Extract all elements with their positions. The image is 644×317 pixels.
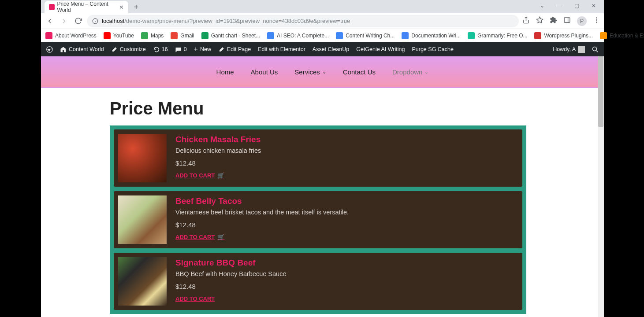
- bookmark-label: Grammarly: Free O...: [477, 33, 527, 39]
- tab-close-icon[interactable]: ✕: [119, 4, 124, 10]
- bookmark-favicon: [267, 32, 274, 39]
- bookmark-item[interactable]: YouTube: [104, 32, 134, 39]
- bookmark-favicon: [201, 32, 208, 39]
- bookmark-favicon: [600, 32, 607, 39]
- menu-item-description: Delicious chicken masala fries: [175, 147, 261, 154]
- bookmark-item[interactable]: Education & Exams...: [600, 32, 644, 39]
- url-host: localhost: [102, 18, 124, 24]
- forward-button[interactable]: [59, 16, 69, 26]
- window-controls: ⌄ — ▢ ✕: [532, 0, 604, 11]
- bookmark-item[interactable]: AI SEO: A Complete...: [267, 32, 329, 39]
- browser-tab-strip: Price Menu – Content World ✕ + ⌄ — ▢ ✕: [41, 0, 604, 13]
- bookmark-item[interactable]: Maps: [141, 32, 164, 39]
- bookmark-label: Content Writing Ch...: [346, 33, 395, 39]
- share-icon[interactable]: [522, 16, 530, 26]
- menu-item-info: Chicken Masala FriesDelicious chicken ma…: [175, 134, 261, 182]
- wp-customize-label: Customize: [120, 46, 146, 52]
- browser-tab[interactable]: Price Menu – Content World ✕: [45, 1, 128, 13]
- add-to-cart-button[interactable]: ADD TO CART🛒: [175, 172, 261, 179]
- bookmark-favicon: [45, 32, 52, 39]
- nav-services-label: Services: [294, 68, 320, 76]
- wp-new-link[interactable]: + New: [194, 45, 211, 53]
- nav-home[interactable]: Home: [216, 68, 234, 76]
- menu-item-image: [118, 134, 167, 182]
- profile-avatar[interactable]: P: [577, 16, 587, 26]
- cart-icon: 🛒: [217, 172, 224, 179]
- bookmark-item[interactable]: About WordPress: [45, 32, 97, 39]
- wp-logo-icon[interactable]: [46, 46, 53, 53]
- scrollbar-thumb[interactable]: [598, 56, 603, 127]
- bookmark-label: Maps: [151, 33, 164, 39]
- address-bar-row: localhost/demo-wamp/price-menu/?preview_…: [41, 13, 604, 29]
- wp-asset-cleanup-link[interactable]: Asset CleanUp: [313, 46, 349, 52]
- nav-dropdown-label: Dropdown: [392, 68, 422, 76]
- wp-edit-page-link[interactable]: Edit Page: [218, 46, 251, 53]
- vertical-scrollbar[interactable]: [598, 56, 604, 317]
- wp-admin-bar: Content World Customize 16 0 + New Edit …: [41, 42, 604, 56]
- wp-howdy-label: Howdy, A: [553, 46, 576, 52]
- wp-comments-link[interactable]: 0: [175, 46, 187, 53]
- bookmark-star-icon[interactable]: [536, 16, 543, 26]
- bookmark-item[interactable]: Content Writing Ch...: [336, 32, 395, 39]
- menu-item-card: Beef Belly TacosVientamese beef brisket …: [113, 191, 523, 249]
- window-minimize-icon[interactable]: —: [554, 2, 565, 10]
- bookmarks-bar: About WordPressYouTubeMapsGmailGantt cha…: [41, 29, 604, 42]
- bookmark-favicon: [141, 32, 148, 39]
- bookmark-label: AI SEO: A Complete...: [277, 33, 329, 39]
- menu-item-title: Signature BBQ Beef: [175, 258, 286, 268]
- add-to-cart-label: ADD TO CART: [175, 234, 215, 240]
- svg-point-7: [596, 17, 597, 18]
- bookmark-label: Gmail: [180, 33, 194, 39]
- svg-marker-4: [536, 17, 543, 22]
- bookmark-favicon: [468, 32, 475, 39]
- extensions-icon[interactable]: [550, 16, 557, 26]
- wp-updates-count: 16: [162, 46, 168, 52]
- menu-item-image: [118, 195, 167, 244]
- wp-customize-link[interactable]: Customize: [111, 46, 146, 53]
- back-button[interactable]: [45, 16, 55, 26]
- cart-icon: 🛒: [217, 234, 224, 240]
- bookmark-favicon: [171, 32, 178, 39]
- wp-updates-link[interactable]: 16: [153, 46, 168, 53]
- wp-comments-count: 0: [184, 46, 187, 52]
- bookmark-label: About WordPress: [55, 33, 97, 39]
- window-maximize-icon[interactable]: ▢: [572, 2, 582, 10]
- nav-contact[interactable]: Contact Us: [343, 68, 376, 76]
- nav-about[interactable]: About Us: [251, 68, 278, 76]
- add-to-cart-button[interactable]: ADD TO CART: [175, 295, 286, 302]
- address-bar[interactable]: localhost/demo-wamp/price-menu/?preview_…: [87, 15, 519, 27]
- menu-item-description: BBQ Beef with Honey Barbecue Sauce: [175, 270, 286, 277]
- wp-elementor-link[interactable]: Edit with Elementor: [258, 46, 305, 52]
- reload-button[interactable]: [73, 16, 83, 26]
- bookmark-item[interactable]: Grammarly: Free O...: [468, 32, 527, 39]
- browser-menu-icon[interactable]: [593, 16, 600, 26]
- wp-edit-page-label: Edit Page: [227, 46, 251, 52]
- svg-line-12: [596, 50, 598, 52]
- window-close-icon[interactable]: ✕: [589, 2, 599, 10]
- wp-search-icon[interactable]: [592, 46, 599, 53]
- window-dropdown-icon[interactable]: ⌄: [537, 2, 547, 10]
- bookmark-item[interactable]: Documentation Wri...: [402, 32, 461, 39]
- new-tab-button[interactable]: +: [131, 2, 141, 12]
- menu-item-card: Signature BBQ BeefBBQ Beef with Honey Ba…: [113, 252, 523, 310]
- wp-howdy-link[interactable]: Howdy, A: [553, 46, 585, 53]
- svg-point-11: [593, 47, 597, 51]
- nav-dropdown[interactable]: Dropdown ⌄: [392, 68, 428, 76]
- menu-item-price: $12.48: [175, 283, 286, 290]
- svg-point-8: [596, 19, 597, 21]
- nav-services[interactable]: Services ⌄: [294, 68, 326, 76]
- tab-title: Price Menu – Content World: [57, 1, 116, 13]
- bookmark-item[interactable]: Gmail: [171, 32, 194, 39]
- bookmark-label: YouTube: [113, 33, 134, 39]
- wp-purge-cache-link[interactable]: Purge SG Cache: [412, 46, 454, 52]
- site-info-icon[interactable]: [92, 18, 98, 24]
- bookmark-item[interactable]: Wordpress Plugins...: [534, 32, 593, 39]
- tab-favicon: [49, 4, 55, 10]
- side-panel-icon[interactable]: [563, 16, 571, 26]
- wp-site-link[interactable]: Content World: [60, 46, 104, 53]
- svg-rect-5: [564, 18, 570, 22]
- bookmark-item[interactable]: Gantt chart - Sheet...: [201, 32, 260, 39]
- menu-item-info: Signature BBQ BeefBBQ Beef with Honey Ba…: [175, 257, 286, 306]
- wp-getgenie-link[interactable]: GetGenie AI Writing: [356, 46, 405, 52]
- add-to-cart-button[interactable]: ADD TO CART🛒: [175, 234, 349, 240]
